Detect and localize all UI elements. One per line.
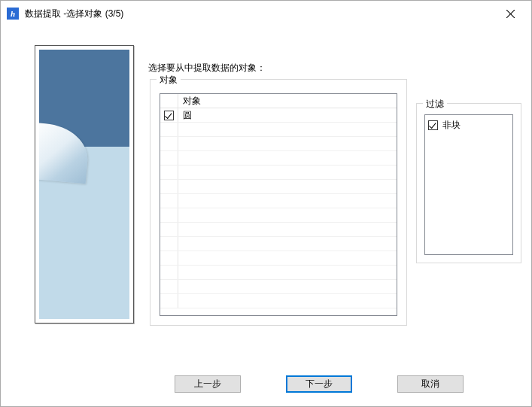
row-check-cell <box>160 108 178 122</box>
row-checkbox[interactable] <box>164 111 174 120</box>
back-button[interactable]: 上一步 <box>175 375 241 393</box>
row-check-cell <box>160 151 178 165</box>
objects-header-label: 对象 <box>178 94 397 108</box>
table-row <box>160 123 397 137</box>
row-check-cell <box>160 237 178 251</box>
table-row <box>160 223 397 237</box>
table-row <box>160 180 397 194</box>
filter-checkbox[interactable] <box>428 120 438 130</box>
app-icon: h <box>7 8 19 20</box>
row-check-cell <box>160 266 178 279</box>
filter-label: 非块 <box>438 119 461 132</box>
row-check-cell <box>160 166 178 179</box>
list-item[interactable]: 非块 <box>428 118 509 132</box>
dialog-body: 选择要从中提取数据的对象： 对象 对象 圆 过滤 非块 上一步 下一步 取消 <box>1 26 531 406</box>
window-title: 数据提取 -选择对象 (3/5) <box>25 8 495 20</box>
titlebar: h 数据提取 -选择对象 (3/5) <box>1 1 531 26</box>
row-label <box>178 266 397 279</box>
objects-group: 对象 对象 圆 <box>150 79 407 326</box>
table-row <box>160 251 397 266</box>
objects-header-row: 对象 <box>160 94 397 108</box>
table-row <box>160 194 397 208</box>
objects-header-check-col <box>160 94 178 108</box>
next-button[interactable]: 下一步 <box>286 375 352 393</box>
row-check-cell <box>160 123 178 136</box>
row-label <box>178 180 397 193</box>
row-label <box>178 137 397 150</box>
instruction-label: 选择要从中提取数据的对象： <box>148 62 266 74</box>
cancel-button[interactable]: 取消 <box>397 375 464 393</box>
wizard-preview <box>35 45 134 323</box>
table-row <box>160 137 397 151</box>
row-check-cell <box>160 280 178 293</box>
wizard-preview-image <box>39 50 129 319</box>
row-label <box>178 280 397 293</box>
button-row: 上一步 下一步 取消 <box>1 375 531 393</box>
row-label <box>178 151 397 165</box>
row-check-cell <box>160 137 178 150</box>
table-row <box>160 266 397 280</box>
row-check-cell <box>160 180 178 193</box>
row-check-cell <box>160 223 178 236</box>
table-row <box>160 208 397 223</box>
table-row <box>160 237 397 251</box>
row-label <box>178 208 397 222</box>
row-label <box>178 294 397 308</box>
row-check-cell <box>160 294 178 308</box>
row-label <box>178 251 397 265</box>
row-label <box>178 223 397 236</box>
close-button[interactable] <box>495 2 525 25</box>
row-label <box>178 194 397 208</box>
table-row <box>160 280 397 294</box>
table-row <box>160 294 397 308</box>
table-row <box>160 151 397 166</box>
filter-list[interactable]: 非块 <box>424 114 513 255</box>
row-label <box>178 123 397 136</box>
row-check-cell <box>160 251 178 265</box>
filter-group: 过滤 非块 <box>416 103 521 263</box>
close-icon <box>506 10 515 18</box>
table-row[interactable]: 圆 <box>160 108 397 123</box>
row-label: 圆 <box>178 108 397 122</box>
dialog-window: h 数据提取 -选择对象 (3/5) 选择要从中提取数据的对象： 对象 对象 <box>0 0 532 407</box>
row-check-cell <box>160 194 178 208</box>
row-check-cell <box>160 208 178 222</box>
objects-table[interactable]: 对象 圆 <box>160 93 397 316</box>
row-label <box>178 166 397 179</box>
objects-group-legend: 对象 <box>157 74 181 87</box>
table-row <box>160 166 397 180</box>
filter-group-legend: 过滤 <box>423 98 447 111</box>
row-label <box>178 237 397 251</box>
